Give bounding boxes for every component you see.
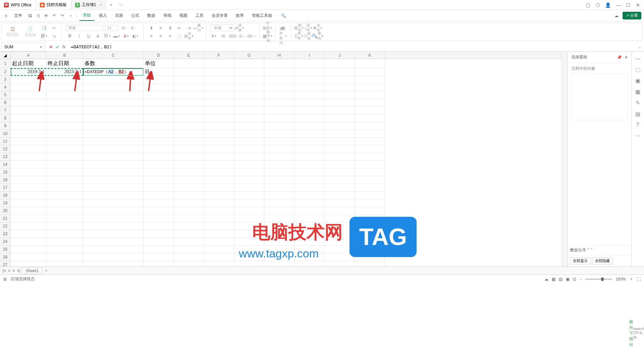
- next-sheet-icon[interactable]: >: [12, 268, 15, 273]
- cell[interactable]: [174, 145, 204, 153]
- cell[interactable]: [325, 261, 355, 266]
- cell[interactable]: [144, 176, 174, 184]
- minimize-icon[interactable]: —: [616, 2, 621, 8]
- menu-insert[interactable]: 插入: [96, 11, 110, 20]
- cell[interactable]: [144, 114, 174, 122]
- row-header[interactable]: 5: [0, 91, 10, 99]
- fill-button[interactable]: ⊞ 填充: [295, 24, 303, 32]
- cell[interactable]: [264, 222, 294, 230]
- cell[interactable]: [11, 114, 46, 122]
- cell[interactable]: [264, 261, 294, 266]
- cell[interactable]: [174, 168, 204, 176]
- worksheet-button[interactable]: ▦ 工作表: [264, 32, 271, 40]
- cell[interactable]: [11, 215, 46, 222]
- select-all-corner[interactable]: ◢: [0, 52, 11, 59]
- cell[interactable]: [11, 122, 46, 130]
- format-painter-button[interactable]: 📋格式刷: [4, 26, 20, 38]
- col-header[interactable]: I: [294, 52, 325, 59]
- cell[interactable]: [144, 215, 174, 222]
- cell-D2[interactable]: 日: [144, 68, 174, 76]
- cell[interactable]: [83, 107, 144, 114]
- cell[interactable]: [204, 176, 234, 184]
- cell[interactable]: [264, 107, 294, 114]
- row-header[interactable]: 25: [0, 246, 10, 253]
- cell[interactable]: [294, 184, 325, 192]
- cell[interactable]: [174, 230, 204, 238]
- cell[interactable]: [264, 230, 294, 238]
- cell[interactable]: [83, 199, 144, 207]
- zoom-slider[interactable]: [585, 279, 612, 280]
- cell[interactable]: [204, 130, 234, 138]
- cell[interactable]: [11, 84, 46, 91]
- decimal-dec-icon[interactable]: .00→: [248, 32, 255, 40]
- cell[interactable]: [83, 99, 144, 107]
- cell[interactable]: [234, 246, 264, 253]
- cell[interactable]: [264, 153, 294, 161]
- cell[interactable]: [174, 261, 204, 266]
- cell[interactable]: [204, 246, 234, 253]
- cell[interactable]: [325, 91, 355, 99]
- cell[interactable]: [144, 184, 174, 192]
- cell[interactable]: [174, 253, 204, 261]
- cell[interactable]: [234, 145, 264, 153]
- cell[interactable]: [144, 122, 174, 130]
- close-pane-icon[interactable]: ✕: [625, 55, 628, 60]
- cell[interactable]: [204, 199, 234, 207]
- cell[interactable]: [83, 161, 144, 168]
- cell[interactable]: [355, 192, 385, 199]
- align-left-icon[interactable]: ≡: [148, 32, 155, 40]
- help-icon[interactable]: ?: [636, 122, 639, 128]
- menu-start[interactable]: 开始: [79, 10, 94, 21]
- cell[interactable]: [294, 130, 325, 138]
- cell[interactable]: [234, 76, 264, 84]
- sheet-tab[interactable]: Sheet1: [22, 267, 42, 274]
- cell[interactable]: [264, 99, 294, 107]
- cell[interactable]: [264, 122, 294, 130]
- cell[interactable]: [264, 176, 294, 184]
- reading-mode-icon[interactable]: ⊡: [573, 277, 576, 282]
- cell[interactable]: [234, 161, 264, 168]
- cell[interactable]: [144, 253, 174, 261]
- cell[interactable]: [11, 176, 46, 184]
- cell[interactable]: [355, 130, 385, 138]
- cell[interactable]: [144, 76, 174, 84]
- cell[interactable]: [264, 84, 294, 91]
- print-icon[interactable]: ⎙: [35, 12, 42, 19]
- vertical-scrollbar[interactable]: [561, 52, 568, 266]
- cell[interactable]: [264, 114, 294, 122]
- cell[interactable]: [204, 107, 234, 114]
- view-break-icon[interactable]: ▣: [566, 277, 570, 282]
- align-middle-icon[interactable]: ≡: [157, 24, 164, 32]
- cell[interactable]: [174, 222, 204, 230]
- cloud-status-icon[interactable]: ☁: [544, 277, 548, 282]
- cell[interactable]: [264, 138, 294, 145]
- highlight-icon[interactable]: ◐: [132, 32, 139, 40]
- cell[interactable]: [234, 153, 264, 161]
- row-header[interactable]: 23: [0, 230, 10, 238]
- cell[interactable]: [325, 153, 355, 161]
- cell[interactable]: [294, 99, 325, 107]
- cell[interactable]: [144, 99, 174, 107]
- cell-A2[interactable]: 2019-7-1: [11, 68, 46, 76]
- cell[interactable]: [294, 207, 325, 215]
- merge-button[interactable]: ⊞ 合并: [185, 32, 193, 40]
- row-header[interactable]: 24: [0, 238, 10, 246]
- cell[interactable]: [174, 76, 204, 84]
- cell[interactable]: [83, 114, 144, 122]
- cell[interactable]: [294, 230, 325, 238]
- more-icon[interactable]: ⋯: [635, 133, 641, 139]
- cell[interactable]: [294, 238, 325, 246]
- cell[interactable]: [174, 84, 204, 91]
- cell[interactable]: [325, 122, 355, 130]
- cell[interactable]: [144, 230, 174, 238]
- cell[interactable]: [355, 238, 385, 246]
- cell[interactable]: [46, 107, 83, 114]
- decrease-font-icon[interactable]: A⁻: [130, 24, 137, 32]
- cell[interactable]: [144, 161, 174, 168]
- cell[interactable]: [46, 222, 83, 230]
- cell[interactable]: [325, 68, 355, 76]
- cell[interactable]: [144, 138, 174, 145]
- cell[interactable]: [325, 238, 355, 246]
- cell[interactable]: [144, 207, 174, 215]
- cell[interactable]: [264, 192, 294, 199]
